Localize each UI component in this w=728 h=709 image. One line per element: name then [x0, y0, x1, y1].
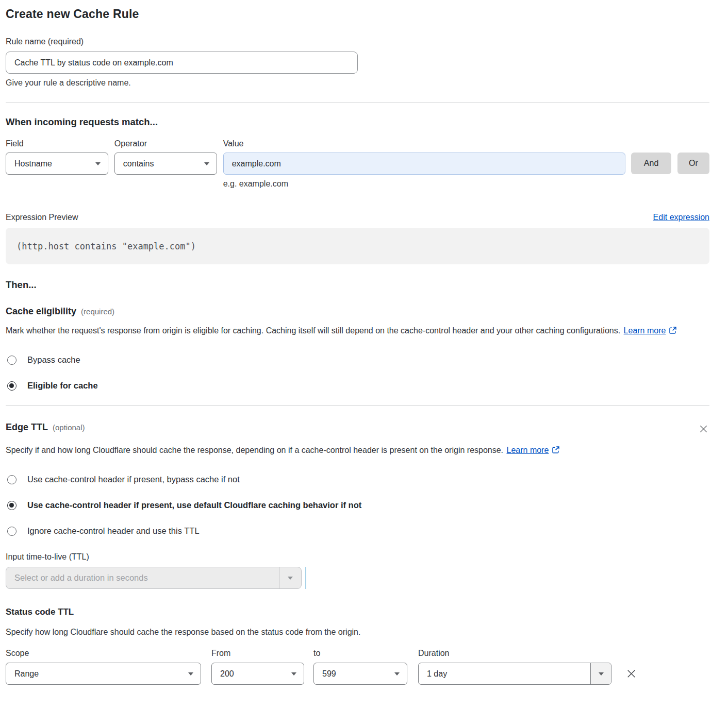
chevron-down-icon [599, 672, 604, 676]
chevron-down-icon [394, 672, 400, 676]
external-link-icon [669, 325, 677, 339]
operator-select-value: contains [123, 159, 154, 168]
from-label: From [211, 649, 304, 658]
or-button[interactable]: Or [677, 153, 709, 174]
expression-preview-label: Expression Preview [6, 213, 78, 222]
edge-ttl-heading: Edge TTL [6, 422, 48, 433]
from-select[interactable]: 200 [211, 663, 304, 685]
from-select-value: 200 [220, 669, 234, 679]
value-helper: e.g. example.com [223, 179, 625, 189]
create-cache-rule-page: Create new Cache Rule Rule name (require… [0, 0, 728, 700]
learn-more-link[interactable]: Learn more [507, 446, 549, 454]
edit-expression-link[interactable]: Edit expression [653, 213, 709, 222]
status-code-ttl-description: Specify how long Cloudflare should cache… [6, 625, 709, 639]
status-code-ttl-heading: Status code TTL [6, 607, 709, 617]
radio-cache-control-default[interactable]: Use cache-control header if present, use… [6, 500, 709, 510]
field-select-value: Hostname [14, 159, 52, 168]
duration-dropdown-button[interactable] [590, 663, 611, 684]
radio-selected-icon[interactable] [7, 501, 16, 510]
chevron-down-icon [291, 672, 296, 676]
rule-name-helper: Give your rule a descriptive name. [6, 78, 709, 88]
cache-eligibility-heading: Cache eligibility [6, 306, 76, 317]
edge-ttl-qualifier: (optional) [53, 423, 85, 432]
ttl-dropdown-button[interactable] [279, 567, 301, 588]
duration-label: Duration [418, 649, 611, 658]
learn-more-link[interactable]: Learn more [624, 326, 666, 335]
match-heading: When incoming requests match... [6, 116, 709, 128]
external-link-icon [552, 444, 560, 459]
radio-selected-icon[interactable] [7, 381, 16, 391]
radio-eligible-for-cache[interactable]: Eligible for cache [6, 381, 709, 391]
then-heading: Then... [6, 279, 709, 291]
status-code-ttl-row: Scope Range From 200 to 599 Duration 1 d… [6, 649, 709, 685]
radio-icon[interactable] [7, 356, 16, 365]
ttl-duration-select[interactable]: Select or add a duration in seconds [6, 567, 302, 589]
radio-icon[interactable] [7, 527, 16, 536]
radio-icon[interactable] [7, 475, 16, 484]
ttl-duration-placeholder: Select or add a duration in seconds [6, 567, 279, 588]
operator-label: Operator [114, 139, 217, 148]
section-divider [6, 406, 709, 406]
chevron-down-icon [95, 162, 101, 165]
operator-select[interactable]: contains [114, 153, 217, 175]
radio-cache-control-bypass[interactable]: Use cache-control header if present, byp… [6, 475, 709, 484]
expression-code: (http.host contains "example.com") [16, 241, 196, 251]
section-divider [6, 103, 709, 103]
to-select-value: 599 [322, 669, 336, 679]
value-label: Value [223, 139, 625, 148]
field-label: Field [6, 139, 108, 148]
rule-name-input[interactable] [6, 52, 358, 74]
value-input[interactable] [223, 153, 625, 175]
remove-status-code-rule-button[interactable] [625, 667, 638, 682]
field-select[interactable]: Hostname [6, 153, 108, 175]
chevron-down-icon [204, 162, 209, 165]
close-icon [699, 424, 708, 434]
chevron-down-icon [288, 577, 293, 580]
page-title: Create new Cache Rule [6, 7, 709, 21]
edge-ttl-header: Edge TTL (optional) [6, 422, 709, 436]
radio-ignore-cache-control[interactable]: Ignore cache-control header and use this… [6, 526, 709, 536]
scope-select[interactable]: Range [6, 663, 201, 685]
cache-eligibility-description: Mark whether the request's response from… [6, 324, 709, 339]
close-edge-ttl-button[interactable] [698, 423, 709, 436]
chevron-down-icon [188, 672, 193, 676]
text-cursor-bar [305, 567, 306, 589]
to-select[interactable]: 599 [313, 663, 407, 685]
expression-preview-row: Expression Preview Edit expression [6, 213, 709, 222]
rule-name-label: Rule name (required) [6, 37, 84, 46]
edge-ttl-description: Specify if and how long Cloudflare shoul… [6, 443, 709, 459]
scope-label: Scope [6, 649, 201, 658]
duration-select-value: 1 day [419, 663, 590, 684]
and-button[interactable]: And [631, 153, 671, 174]
radio-bypass-cache[interactable]: Bypass cache [6, 355, 709, 365]
match-condition-row: Field Hostname Operator contains Value e… [6, 139, 709, 189]
ttl-input-label: Input time-to-live (TTL) [6, 552, 709, 562]
cache-eligibility-qualifier: (required) [81, 307, 114, 316]
duration-select[interactable]: 1 day [418, 663, 611, 685]
to-label: to [313, 649, 407, 658]
expression-code-block: (http.host contains "example.com") [6, 228, 709, 264]
close-icon [626, 668, 637, 679]
scope-select-value: Range [14, 669, 39, 679]
